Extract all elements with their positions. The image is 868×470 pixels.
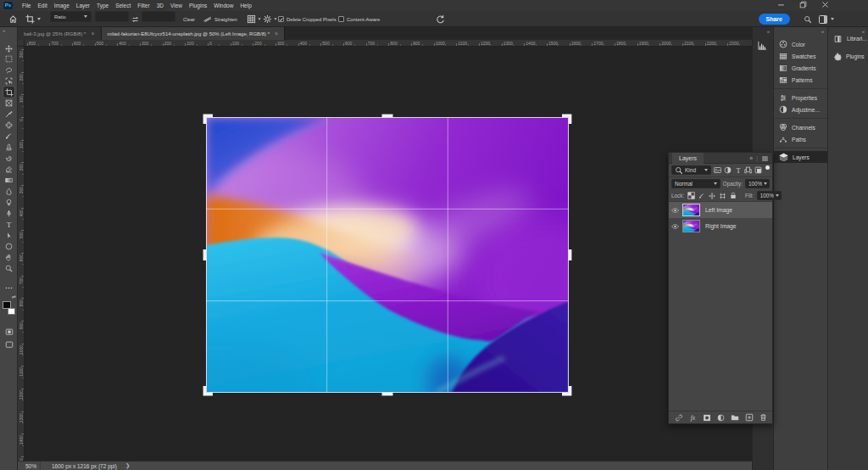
canvas[interactable]	[206, 117, 569, 393]
panel-button-properties[interactable]: Properties	[774, 92, 827, 104]
delete-layer-icon[interactable]	[760, 413, 767, 422]
panel-button-color[interactable]: Color	[774, 38, 827, 50]
ratio-preset-dropdown[interactable]: Ratio	[50, 11, 92, 22]
collapse-dock-icon[interactable]: «	[862, 29, 865, 34]
panel-button-channels[interactable]: Channels	[774, 121, 827, 133]
quick-mask-icon[interactable]	[3, 326, 14, 337]
panel-button-adjustme[interactable]: Adjustme...	[774, 104, 827, 115]
blend-mode-dropdown[interactable]: Normal	[671, 179, 721, 188]
search-icon[interactable]	[804, 11, 812, 27]
background-color-swatch[interactable]	[8, 308, 15, 315]
link-layers-icon[interactable]	[675, 414, 683, 422]
reset-crop-icon[interactable]	[436, 11, 445, 27]
fill-field[interactable]: 100%	[757, 191, 782, 200]
tab-close-icon[interactable]: ×	[91, 31, 94, 36]
panel-collapse-icon[interactable]: »	[749, 155, 753, 161]
menu-item[interactable]: File	[19, 0, 34, 11]
lock-artboard-icon[interactable]	[719, 192, 726, 199]
collapse-dock-icon[interactable]: «	[767, 29, 770, 34]
history-brush-tool[interactable]	[3, 153, 14, 164]
zoom-level-field[interactable]: 50%	[18, 463, 40, 469]
healing-brush-tool[interactable]	[3, 120, 14, 131]
add-mask-icon[interactable]	[703, 414, 711, 422]
gradient-tool[interactable]	[3, 175, 14, 186]
layer-visibility-eye-icon[interactable]	[669, 208, 681, 213]
straighten-button[interactable]: Straighten	[214, 11, 237, 27]
marquee-tool[interactable]	[3, 53, 14, 64]
lasso-tool[interactable]	[3, 64, 14, 76]
menu-item[interactable]: Layer	[73, 0, 93, 11]
crop-height-input[interactable]	[142, 11, 175, 22]
screen-mode-icon[interactable]	[3, 339, 14, 350]
panel-button-gradients[interactable]: Gradients	[774, 62, 827, 74]
path-selection-tool[interactable]	[3, 230, 14, 241]
adjustment-layer-icon[interactable]	[717, 414, 725, 422]
menu-item[interactable]: Select	[112, 0, 134, 11]
content-aware-option[interactable]: Content-Aware	[338, 11, 380, 27]
canvas-image[interactable]	[151, 117, 617, 422]
content-aware-checkbox[interactable]	[338, 16, 344, 22]
filter-toggle[interactable]	[765, 165, 770, 170]
menu-item[interactable]: Filter	[134, 0, 153, 11]
menu-item[interactable]: Plugins	[186, 0, 210, 11]
straighten-icon[interactable]	[203, 11, 212, 27]
panel-button-patterns[interactable]: Patterns	[774, 74, 827, 86]
brush-tool[interactable]	[3, 131, 14, 142]
delete-cropped-pixels-checkbox[interactable]	[278, 16, 284, 22]
share-button[interactable]: Share	[759, 14, 790, 25]
crop-width-input[interactable]	[95, 11, 129, 22]
opacity-field[interactable]: 100%	[745, 179, 770, 188]
clear-button[interactable]: Clear	[179, 11, 199, 27]
filter-smart-object-icon[interactable]	[754, 166, 762, 174]
new-group-icon[interactable]	[731, 414, 739, 421]
eyedropper-tool[interactable]	[3, 109, 14, 120]
menu-item[interactable]: Type	[93, 0, 112, 11]
dodge-tool[interactable]	[3, 197, 14, 208]
toolbar-ellipsis-icon[interactable]	[3, 283, 14, 294]
histogram-icon[interactable]	[757, 40, 768, 51]
foreground-color-swatch[interactable]	[3, 301, 11, 309]
delete-cropped-pixels-option[interactable]: Delete Cropped Pixels	[278, 11, 337, 27]
swap-dimensions-icon[interactable]	[131, 11, 140, 27]
menu-item[interactable]: 3D	[153, 0, 167, 11]
panel-menu-icon[interactable]	[761, 155, 769, 162]
toolbar-collapse-icon[interactable]: »	[3, 28, 5, 33]
lock-transparent-icon[interactable]	[687, 192, 695, 199]
panel-button-swatches[interactable]: Swatches	[774, 50, 827, 62]
blur-tool[interactable]	[3, 186, 14, 197]
layers-panel-tab[interactable]: Layers	[672, 153, 704, 164]
panel-button[interactable]: Librari...	[828, 32, 868, 45]
tab-close-icon[interactable]: ×	[275, 31, 278, 36]
home-icon[interactable]	[8, 11, 18, 27]
frame-tool[interactable]	[3, 98, 14, 109]
filter-image-icon[interactable]	[714, 166, 721, 174]
collapse-dock-icon[interactable]: «	[821, 29, 824, 34]
workspace-switcher-icon[interactable]	[818, 11, 834, 27]
menu-item[interactable]: View	[167, 0, 186, 11]
lock-position-icon[interactable]	[709, 192, 715, 199]
window-button[interactable]	[798, 1, 807, 11]
hand-tool[interactable]	[3, 252, 14, 263]
window-button[interactable]	[776, 1, 785, 11]
default-colors-icon[interactable]	[3, 294, 8, 299]
panel-button-paths[interactable]: Paths	[774, 133, 827, 145]
menu-item[interactable]: Window	[210, 0, 236, 11]
menu-item[interactable]: Help	[236, 0, 254, 11]
clone-stamp-tool[interactable]	[3, 142, 14, 153]
crop-tool[interactable]	[3, 87, 14, 98]
filter-adjustment-icon[interactable]	[724, 166, 732, 174]
panel-button[interactable]: Plugins	[828, 50, 868, 63]
type-tool[interactable]: T	[3, 219, 14, 230]
layer-visibility-eye-icon[interactable]	[669, 224, 681, 229]
shape-tool[interactable]	[3, 241, 14, 252]
filter-type-icon[interactable]: T	[734, 166, 742, 174]
filter-shape-icon[interactable]	[744, 166, 752, 174]
crop-settings-gear-icon[interactable]	[263, 11, 277, 27]
layer-thumbnail[interactable]	[682, 220, 700, 232]
lock-all-icon[interactable]	[730, 192, 737, 199]
filter-kind-dropdown[interactable]: Kind	[671, 165, 711, 175]
move-tool[interactable]	[3, 43, 14, 54]
document-tab[interactable]: milad-fakurian-E8Ufcyxz514-unsplash.jpg …	[102, 27, 286, 40]
layer-effects-icon[interactable]: fx	[689, 414, 697, 422]
crop-tool-indicator[interactable]	[25, 11, 41, 27]
